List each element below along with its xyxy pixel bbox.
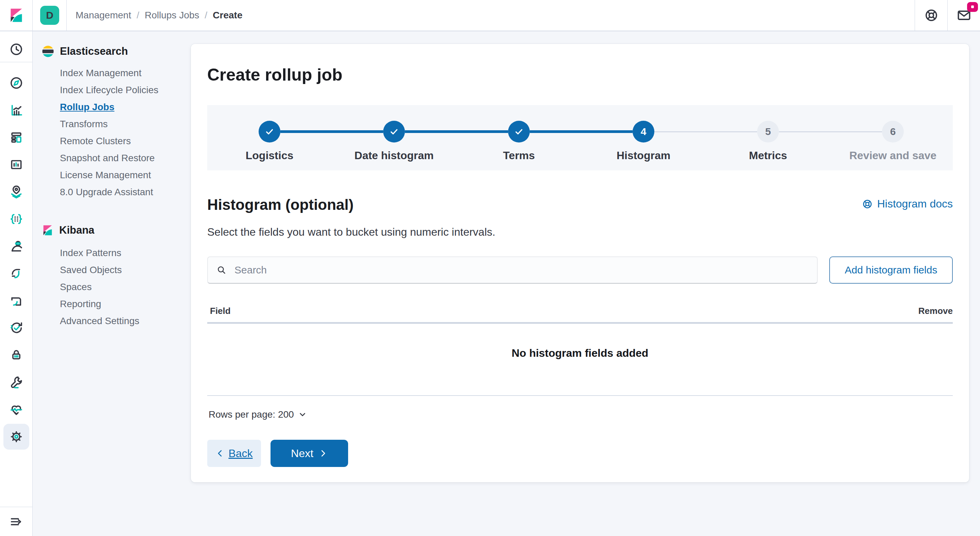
apm-pipe-icon[interactable]: [8, 293, 24, 308]
elasticsearch-nav-list: Index Management Index Lifecycle Policie…: [60, 65, 189, 201]
breadcrumb-separator: /: [205, 10, 208, 21]
add-histogram-fields-button[interactable]: Add histogram fields: [829, 257, 953, 284]
check-icon: [264, 127, 275, 137]
rail-bottom-divider: [0, 507, 32, 507]
sidebar-item-reporting[interactable]: Reporting: [60, 295, 189, 312]
kibana-logo-icon: [41, 224, 54, 236]
column-header-remove: Remove: [918, 306, 953, 316]
elasticsearch-logo-icon: [41, 45, 54, 58]
step-logistics-label[interactable]: Logistics: [202, 149, 337, 162]
elasticsearch-section-header: Elasticsearch: [41, 45, 128, 58]
step-histogram-circle[interactable]: 4: [633, 121, 654, 143]
rows-per-page-dropdown[interactable]: Rows per page: 200: [208, 409, 307, 420]
help-menu-button[interactable]: [915, 0, 947, 31]
step-date-histogram-circle[interactable]: [383, 121, 405, 143]
badge-dot: [971, 5, 974, 8]
step-review-and-save-circle: 6: [882, 121, 904, 143]
dashboard-grid-icon[interactable]: [8, 130, 24, 145]
elasticsearch-section-title: Elasticsearch: [60, 45, 128, 57]
stack-monitoring-heartbeat-icon[interactable]: [8, 402, 24, 417]
icon-rail: [0, 31, 33, 536]
section-description: Select the fields you want to bucket usi…: [207, 225, 495, 239]
step-terms-label[interactable]: Terms: [451, 149, 587, 162]
help-life-ring-icon: [924, 8, 939, 23]
kibana-logo-icon: [8, 7, 24, 24]
stack-management-gear-icon[interactable]: [8, 429, 24, 444]
search-field: [207, 257, 818, 284]
step-connector: [530, 130, 633, 133]
logs-swoosh-icon[interactable]: [8, 266, 24, 281]
breadcrumb-create: Create: [213, 10, 242, 21]
next-button[interactable]: Next: [270, 440, 348, 467]
step-connector: [280, 130, 383, 133]
chevron-down-icon: [298, 410, 307, 419]
uptime-clock-arrow-icon[interactable]: [8, 320, 24, 336]
sidebar-item-snapshot-and-restore[interactable]: Snapshot and Restore: [60, 150, 189, 167]
canvas-frame-icon[interactable]: [8, 157, 24, 173]
breadcrumb-rollups-jobs[interactable]: Rollups Jobs: [145, 10, 199, 21]
step-connector: [654, 131, 757, 132]
security-lock-icon[interactable]: [8, 347, 24, 363]
maps-pin-icon[interactable]: [8, 184, 24, 200]
step-connector: [405, 130, 508, 133]
user-avatar-section: D: [33, 0, 67, 31]
sidebar-item-upgrade-assistant[interactable]: 8.0 Upgrade Assistant: [60, 184, 189, 201]
sidebar-item-transforms[interactable]: Transforms: [60, 116, 189, 133]
step-logistics-circle[interactable]: [259, 121, 280, 143]
sidebar-item-spaces[interactable]: Spaces: [60, 279, 189, 295]
step-terms-circle[interactable]: [508, 121, 530, 143]
search-input[interactable]: [234, 257, 818, 284]
newsfeed-button[interactable]: [947, 0, 980, 31]
column-header-field: Field: [210, 306, 231, 316]
rail-divider: [0, 62, 32, 62]
sidebar-item-license-management[interactable]: License Management: [60, 167, 189, 184]
step-connector: [779, 131, 882, 132]
sidebar-item-index-management[interactable]: Index Management: [60, 65, 189, 82]
graph-person-icon[interactable]: [8, 238, 24, 254]
docs-life-ring-icon: [862, 198, 873, 210]
kibana-section-title: Kibana: [59, 224, 94, 236]
section-heading: Histogram (optional): [207, 195, 353, 214]
histogram-docs-link[interactable]: Histogram docs: [862, 198, 953, 210]
step-date-histogram-label[interactable]: Date histogram: [326, 149, 462, 162]
chevron-right-icon: [318, 449, 328, 458]
sidebar-item-index-lifecycle-policies[interactable]: Index Lifecycle Policies: [60, 82, 189, 98]
chevron-left-icon: [215, 449, 225, 458]
kibana-section-header: Kibana: [41, 224, 94, 236]
top-bar: D Management / Rollups Jobs / Create: [0, 0, 980, 31]
table-header-divider: [207, 322, 953, 324]
sidebar-item-saved-objects[interactable]: Saved Objects: [60, 262, 189, 279]
machine-learning-braces-icon[interactable]: [8, 211, 24, 227]
create-rollup-job-panel: Create rollup job 4 5 6 Logistics Date h…: [191, 44, 969, 482]
back-button[interactable]: Back: [207, 440, 261, 467]
step-review-and-save-label: Review and save: [825, 149, 961, 162]
breadcrumb-separator: /: [137, 10, 139, 21]
empty-table-message: No histogram fields added: [207, 347, 953, 360]
page-title: Create rollup job: [207, 64, 342, 86]
sidebar-item-index-patterns[interactable]: Index Patterns: [60, 244, 189, 262]
search-icon: [216, 265, 227, 276]
table-bottom-divider: [207, 395, 953, 396]
discover-compass-icon[interactable]: [8, 75, 24, 91]
breadcrumb: Management / Rollups Jobs / Create: [67, 0, 242, 31]
sidebar-item-advanced-settings[interactable]: Advanced Settings: [60, 312, 189, 330]
breadcrumb-management[interactable]: Management: [76, 10, 131, 21]
recently-viewed-clock-icon[interactable]: [8, 41, 24, 57]
collapse-menu-arrow-icon[interactable]: [8, 514, 24, 530]
kibana-nav-list: Index Patterns Saved Objects Spaces Repo…: [60, 244, 189, 330]
avatar[interactable]: D: [40, 6, 59, 25]
check-icon: [389, 127, 399, 137]
sidebar-item-rollup-jobs[interactable]: Rollup Jobs: [60, 98, 189, 116]
step-metrics-circle[interactable]: 5: [757, 121, 779, 143]
step-metrics-label[interactable]: Metrics: [700, 149, 836, 162]
dev-tools-wrench-icon[interactable]: [8, 374, 24, 390]
sidebar-item-remote-clusters[interactable]: Remote Clusters: [60, 133, 189, 150]
wizard-steps: 4 5 6 Logistics Date histogram Terms His…: [207, 105, 953, 170]
kibana-home-logo[interactable]: [0, 0, 33, 31]
visualize-chart-icon[interactable]: [8, 102, 24, 118]
check-icon: [514, 127, 524, 137]
step-histogram-label[interactable]: Histogram: [576, 149, 711, 162]
notification-badge: [967, 2, 978, 12]
